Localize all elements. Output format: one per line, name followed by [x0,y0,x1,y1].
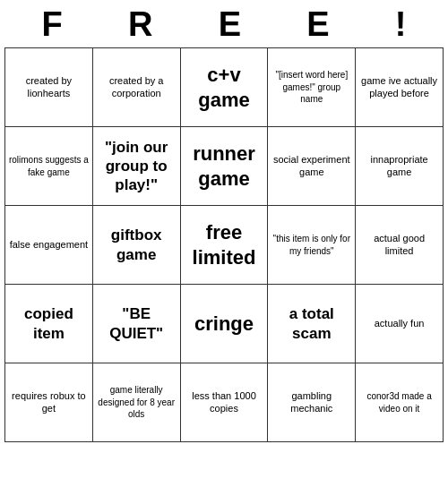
cell-3-4: actually fun [356,285,444,363]
title-letter-e2: E [306,5,329,44]
title-letter-e1: E [219,5,241,44]
cell-2-2: free limited [180,206,268,285]
cell-2-1: giftbox game [92,206,180,285]
cell-1-1: "join our group to play!" [92,127,180,206]
cell-4-0: requires robux to get [5,363,93,442]
title-row: F R E E ! [9,0,439,47]
cell-4-2: less than 1000 copies [180,363,268,442]
cell-4-1: game literally designed for 8 year olds [92,363,180,442]
cell-1-2: runner game [180,127,268,206]
bingo-grid: created by lionheartscreated by a corpor… [4,47,444,442]
cell-3-0: copied item [5,285,93,363]
cell-4-4: conor3d made a video on it [356,363,444,442]
cell-2-4: actual good limited [356,206,444,285]
cell-3-3: a total scam [268,285,356,363]
title-letter-r: R [128,5,152,44]
cell-0-4: game ive actually played before [356,48,444,127]
cell-3-1: "BE QUIET" [92,285,180,363]
title-letter-exclaim: ! [395,5,407,44]
cell-1-3: social experiment game [268,127,356,206]
cell-2-3: "this item is only for my friends" [268,206,356,285]
cell-0-3: "[insert word here] games!" group name [268,48,356,127]
cell-3-2: cringe [180,285,268,363]
cell-2-0: false engagement [5,206,93,285]
cell-1-4: innapropriate game [356,127,444,206]
cell-0-2: c+v game [180,48,268,127]
cell-0-0: created by lionhearts [5,48,93,127]
cell-4-3: gambling mechanic [268,363,356,442]
cell-1-0: rolimons suggests a fake game [5,127,93,206]
cell-0-1: created by a corporation [92,48,180,127]
title-letter-f: F [42,5,63,44]
